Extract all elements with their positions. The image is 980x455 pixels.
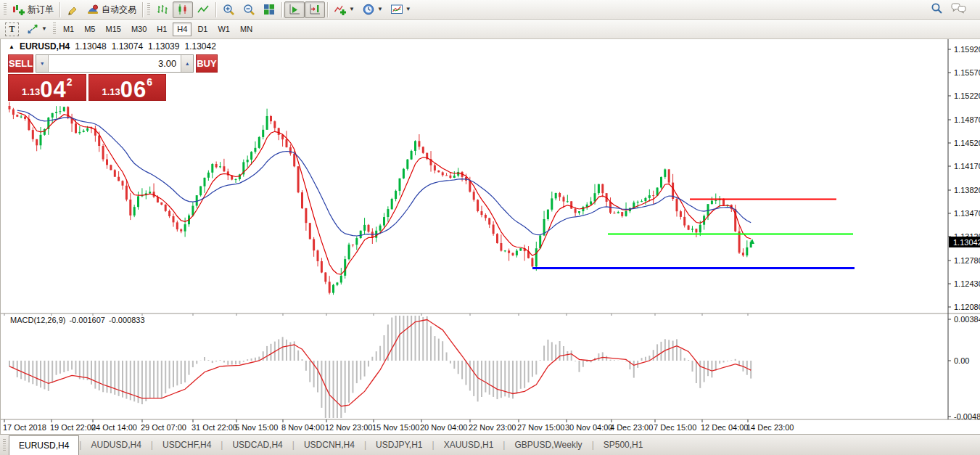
cursor-style-button[interactable]: ▼ [22, 21, 51, 38]
time-axis-label: 29 Oct 07:00 [141, 423, 186, 432]
tile-windows-button[interactable] [259, 1, 279, 18]
timeframe-button-h4[interactable]: H4 [173, 22, 192, 36]
volume-decrease-button[interactable]: ▼ [36, 55, 49, 72]
toolbar-separator [215, 2, 216, 17]
sell-price-pip: 2 [67, 77, 73, 87]
sell-price-box[interactable]: 1.13 04 2 [8, 74, 86, 101]
price-axis-label: 1.15220 [954, 91, 980, 100]
chart-tab-sp500-h1[interactable]: SP500,H1 [594, 435, 653, 455]
timeframe-button-h1[interactable]: H1 [152, 22, 171, 36]
candle-chart-button[interactable] [173, 1, 193, 18]
time-axis-label: 14 Dec 23:00 [746, 423, 794, 432]
buy-button[interactable]: BUY [196, 54, 217, 73]
macd-name: MACD(12,26,9) [10, 316, 65, 324]
chart-tab-xauusd-h1[interactable]: XAUUSD,H1 [435, 435, 503, 455]
volume-input[interactable] [49, 55, 181, 72]
macd-axis-label: 0.003847 [954, 315, 980, 324]
indicators-icon [334, 3, 347, 16]
zoom-out-icon [242, 3, 255, 16]
toolbar-grip[interactable] [4, 3, 7, 16]
time-axis-label: 15 Nov 15:00 [372, 423, 419, 432]
chart-tab-eurusd-h4[interactable]: EURUSD,H4 [9, 435, 79, 455]
time-axis-label: 22 Nov 23:00 [469, 423, 516, 432]
macd-axis-label: 0.00 [954, 356, 969, 365]
price-axis-label: 1.12430 [954, 279, 980, 288]
chevron-down-icon: ▼ [349, 7, 355, 12]
price-axis-label: 1.13470 [954, 209, 980, 218]
new-order-label: 新订单 [28, 4, 54, 16]
indicators-button[interactable]: ▼ [330, 1, 358, 18]
time-axis-label: 5 Nov 15:00 [235, 423, 278, 432]
macd-indicator-label: MACD(12,26,9) -0.001607 -0.000833 [10, 316, 145, 324]
time-axis-label: 12 Dec 04:00 [701, 423, 748, 432]
line-chart-button[interactable] [193, 1, 213, 18]
bar-chart-icon [156, 3, 169, 16]
chart-toolbar: T ▼ M1M5M15M30H1H4D1W1MN [0, 20, 980, 39]
macd-value: -0.001607 [69, 316, 105, 324]
collapse-panel-arrow[interactable]: ▲ [9, 44, 15, 50]
price-axis-label: 1.14520 [954, 139, 980, 147]
price-axis-label: 1.14870 [954, 115, 980, 124]
buy-price-prefix: 1.13 [102, 87, 120, 99]
time-axis-label: 19 Oct 22:00 [50, 423, 96, 432]
text-label-button[interactable]: T [1, 21, 22, 38]
timeframe-button-m15[interactable]: M15 [101, 22, 125, 36]
chart-tab-usdcnh-h4[interactable]: USDCNH,H4 [295, 435, 364, 455]
chart-tab-usdcad-h4[interactable]: USDCAD,H4 [223, 435, 292, 455]
periods-clock-icon [362, 3, 375, 16]
templates-icon [390, 3, 403, 16]
templates-button[interactable]: ▼ [387, 1, 415, 18]
new-order-button[interactable]: 新订单 [9, 1, 57, 18]
price-axis-label: 1.12780 [954, 256, 980, 265]
chart-tab-usdjpy-h1[interactable]: USDJPY,H1 [366, 435, 432, 455]
bar-chart-button[interactable] [152, 1, 173, 18]
chart-tab-audusd-h4[interactable]: AUDUSD,H4 [81, 435, 150, 455]
toolbar-grip[interactable] [53, 22, 56, 36]
sell-price-big: 04 [40, 81, 66, 99]
macd-axis-label: -0.004856 [954, 412, 980, 421]
zoom-out-button[interactable] [239, 1, 259, 18]
chevron-down-icon: ▼ [41, 26, 47, 32]
ohlc-open: 1.13048 [75, 41, 106, 52]
timeframe-button-m30[interactable]: M30 [127, 22, 151, 36]
chart-window[interactable]: 1.159201.155701.152201.148701.145201.141… [0, 39, 980, 434]
periods-button[interactable]: ▼ [358, 1, 387, 18]
search-icon[interactable] [930, 1, 944, 18]
chevron-down-icon: ▼ [377, 7, 383, 12]
time-axis-label: 4 Dec 23:00 [610, 423, 653, 432]
one-click-trade-panel: SELL ▼ ▲ BUY 1.13 04 2 1.13 06 6 [8, 54, 166, 101]
chat-icon[interactable] [951, 1, 968, 18]
sell-button[interactable]: SELL [8, 54, 33, 73]
toolbar-grip[interactable] [147, 3, 150, 16]
chart-tab-gbpusd-weekly[interactable]: GBPUSD,Weekly [505, 435, 591, 455]
time-axis-label: 17 Oct 2018 [3, 423, 46, 432]
buy-price-box[interactable]: 1.13 06 6 [88, 74, 167, 101]
autotrading-button[interactable]: 自动交易 [83, 1, 140, 18]
current-price-tag: 1.13042 [953, 238, 980, 247]
metaeditor-button[interactable] [62, 1, 83, 18]
time-axis-label: 30 Nov 04:00 [565, 423, 612, 432]
timeframe-button-w1[interactable]: W1 [213, 22, 234, 36]
timeframe-button-m1[interactable]: M1 [59, 22, 78, 36]
chart-shift-button[interactable] [305, 1, 325, 18]
zoom-in-button[interactable] [218, 1, 239, 18]
time-axis-label: 12 Nov 23:00 [325, 423, 372, 432]
price-axis-label: 1.13820 [954, 186, 980, 194]
volume-increase-button[interactable]: ▲ [181, 55, 193, 72]
auto-scroll-button[interactable] [284, 1, 305, 18]
timeframe-button-d1[interactable]: D1 [193, 22, 212, 36]
chart-shift-icon [308, 3, 321, 16]
zoom-in-icon [222, 3, 235, 16]
sell-price-prefix: 1.13 [22, 87, 40, 99]
chart-tab-usdchf-h4[interactable]: USDCHF,H4 [153, 435, 221, 455]
main-toolbar: 新订单 自动交易 [0, 0, 980, 20]
timeframe-button-mn[interactable]: MN [236, 22, 257, 36]
timeframe-button-m5[interactable]: M5 [80, 22, 99, 36]
text-label-icon: T [5, 22, 19, 36]
tabbar-grip[interactable] [3, 439, 6, 452]
cursor-style-icon [26, 22, 39, 36]
buy-price-big: 06 [120, 81, 147, 99]
autotrading-label: 自动交易 [102, 4, 136, 16]
ohlc-high: 1.13074 [112, 41, 143, 52]
ohlc-close: 1.13042 [184, 41, 215, 52]
